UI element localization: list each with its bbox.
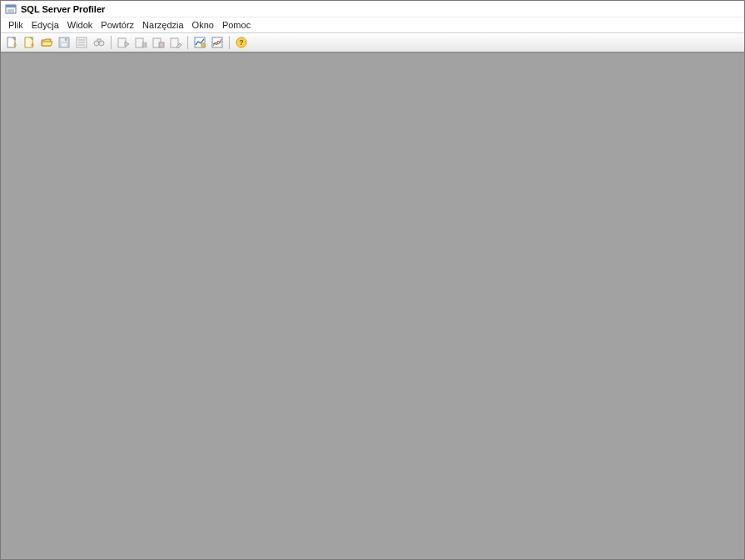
properties-button[interactable]: [73, 34, 90, 51]
svg-text:?: ?: [239, 38, 244, 47]
pause-trace-button[interactable]: [132, 34, 149, 51]
svg-rect-10: [62, 43, 67, 47]
play-icon: [117, 36, 130, 49]
svg-rect-18: [97, 39, 101, 42]
title-bar: SQL Server Profiler: [1, 1, 744, 17]
run-trace-button[interactable]: [115, 34, 132, 51]
toolbar-separator: [229, 36, 230, 49]
svg-rect-25: [159, 42, 164, 47]
find-button[interactable]: [91, 34, 107, 51]
floppy-icon: [57, 36, 71, 49]
title-text: SQL Server Profiler: [21, 4, 105, 14]
menu-replay[interactable]: Powtórz: [97, 19, 138, 31]
mdi-workspace: [1, 52, 744, 559]
binoculars-icon: [92, 36, 106, 49]
svg-rect-1: [6, 5, 16, 7]
pause-icon: [134, 36, 147, 49]
tuning-icon: [193, 36, 206, 49]
save-button[interactable]: [56, 34, 72, 51]
document-new-icon: [22, 36, 36, 49]
svg-rect-22: [142, 42, 144, 47]
menu-window[interactable]: Okno: [188, 19, 218, 31]
svg-marker-20: [125, 42, 129, 47]
toolbar-separator: [111, 36, 112, 49]
erase-icon: [169, 36, 182, 49]
app-icon: [4, 2, 17, 16]
help-button[interactable]: ?: [233, 34, 250, 51]
toolbar-separator: [187, 36, 188, 49]
document-spark-icon: [5, 36, 18, 49]
new-template-button[interactable]: [21, 34, 37, 51]
toolbar: ?: [1, 32, 744, 52]
svg-rect-23: [145, 42, 147, 47]
menu-tools[interactable]: Narzędzia: [138, 19, 188, 31]
menu-view[interactable]: Widok: [63, 19, 97, 31]
menu-help[interactable]: Pomoc: [218, 19, 255, 31]
folder-open-icon: [40, 36, 53, 49]
properties-icon: [75, 36, 88, 49]
open-button[interactable]: [38, 34, 55, 51]
chart-icon: [211, 36, 224, 49]
menu-bar: Plik Edycja Widok Powtórz Narzędzia Okno…: [1, 17, 744, 32]
svg-rect-11: [65, 38, 67, 41]
stop-icon: [151, 36, 165, 49]
new-trace-button[interactable]: [3, 34, 20, 51]
activity-monitor-button[interactable]: [209, 34, 226, 51]
menu-file[interactable]: Plik: [4, 19, 27, 31]
menu-edit[interactable]: Edycja: [27, 19, 63, 31]
svg-point-28: [201, 43, 206, 47]
tuning-advisor-button[interactable]: [191, 34, 208, 51]
clear-trace-button[interactable]: [167, 34, 184, 51]
help-icon: ?: [235, 36, 248, 49]
stop-trace-button[interactable]: [150, 34, 166, 51]
svg-rect-21: [136, 38, 143, 47]
